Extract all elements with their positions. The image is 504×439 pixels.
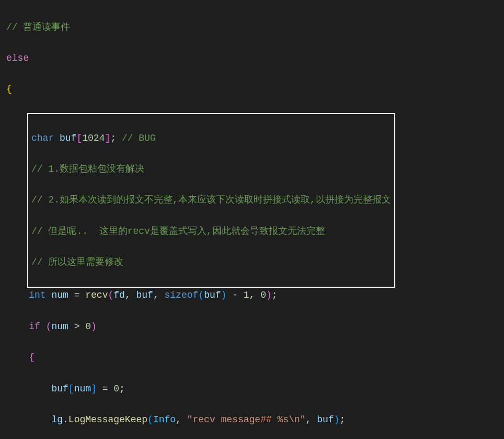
punctuation: ; [110, 133, 122, 143]
operator: > [74, 321, 86, 332]
variable: buf [51, 384, 68, 394]
number-literal: 0 [113, 384, 119, 394]
punctuation: , [125, 290, 136, 300]
comment-text: // 但是呢.. 这里的recv是覆盖式写入,因此就会导致报文无法完整 [31, 226, 325, 237]
number-literal: 1 [244, 290, 249, 300]
number-literal: 1024 [82, 133, 105, 143]
punctuation: , [153, 290, 165, 300]
variable: lg [51, 414, 63, 425]
code-line: if (num > 0) [6, 319, 504, 335]
code-line: lg.LogMessageKeep(Info, "recv message## … [6, 412, 504, 428]
number-literal: 0 [260, 290, 266, 300]
punctuation: ; [119, 384, 125, 394]
code-line: // 但是呢.. 这里的recv是覆盖式写入,因此就会导致报文无法完整 [31, 224, 391, 240]
variable: buf [54, 133, 76, 143]
keyword-else: else [6, 53, 29, 63]
punctuation: . [63, 414, 68, 425]
paren: ( [198, 290, 204, 300]
brace: { [6, 84, 12, 94]
code-line: buf[num] = 0; [6, 381, 504, 397]
paren: ) [334, 414, 340, 425]
operator: = [74, 290, 86, 300]
operator: - [226, 290, 243, 300]
bracket: [ [68, 384, 74, 394]
code-line: // 2.如果本次读到的报文不完整,本来应该下次读取时拼接式读取,以拼接为完整报… [31, 193, 391, 208]
variable: num [46, 290, 74, 300]
code-line: { [6, 350, 504, 366]
function-call: recv [85, 290, 108, 300]
enum-value: Info [153, 414, 176, 425]
paren: ) [91, 321, 97, 332]
code-line: // 所以这里需要修改 [31, 255, 391, 271]
paren: ( [147, 414, 153, 425]
type-keyword: char [31, 133, 54, 143]
comment-text: // 1.数据包粘包没有解决 [31, 164, 144, 174]
code-line: { [6, 82, 504, 97]
code-line: // 普通读事件 [6, 20, 504, 36]
highlighted-code-block: char buf[1024]; // BUG // 1.数据包粘包没有解决 //… [27, 113, 395, 288]
variable: buf [317, 414, 334, 425]
code-line: char buf[1024]; // BUG [31, 131, 391, 147]
operator: = [97, 384, 113, 394]
function-call: LogMessageKeep [68, 414, 147, 425]
punctuation: , [306, 414, 317, 425]
variable: num [51, 321, 74, 332]
code-editor[interactable]: // 普通读事件 else { char buf[1024]; // BUG /… [6, 4, 504, 439]
variable: buf [136, 290, 153, 300]
comment-text: // 普通读事件 [6, 22, 70, 32]
variable: num [74, 384, 91, 394]
variable: fd [113, 290, 125, 300]
punctuation: ; [339, 414, 345, 425]
code-line: int num = recv(fd, buf, sizeof(buf) - 1,… [6, 288, 504, 303]
keyword-if: if [29, 321, 40, 332]
code-line: else [6, 51, 504, 66]
bracket: ] [105, 133, 110, 143]
variable: buf [204, 290, 221, 300]
string-literal: "recv message## %s\n" [187, 414, 306, 425]
paren: ( [108, 290, 113, 300]
paren: ) [221, 290, 227, 300]
bracket: [ [76, 133, 82, 143]
punctuation: , [249, 290, 261, 300]
type-keyword: int [29, 290, 45, 300]
bracket: ] [91, 384, 97, 394]
code-line: // 1.数据包粘包没有解决 [31, 162, 391, 177]
comment-text: // 2.如果本次读到的报文不完整,本来应该下次读取时拼接式读取,以拼接为完整报… [31, 195, 391, 205]
punctuation: ; [272, 290, 278, 300]
punctuation: , [176, 414, 187, 425]
brace: { [29, 352, 35, 363]
comment-text: // BUG [122, 133, 156, 143]
paren: ( [46, 321, 52, 332]
comment-text: // 所以这里需要修改 [31, 257, 123, 267]
keyword: sizeof [165, 290, 199, 300]
number-literal: 0 [85, 321, 91, 332]
paren: ) [266, 290, 272, 300]
